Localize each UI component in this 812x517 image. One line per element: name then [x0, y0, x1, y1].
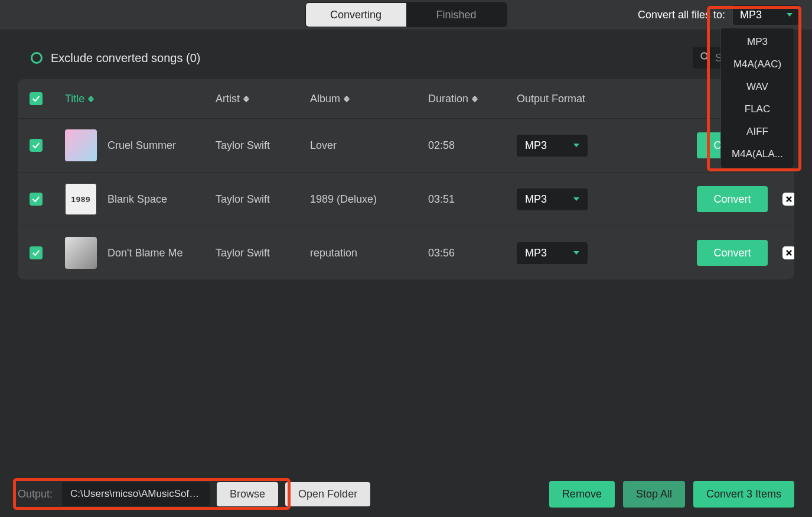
output-path[interactable]: C:\Users\micso\AMusicSoft\...	[62, 482, 210, 506]
song-artist: Taylor Swift	[216, 247, 310, 259]
convert-all-label: Convert all files to:	[638, 9, 725, 21]
album-art	[65, 183, 97, 215]
col-duration[interactable]: Duration	[428, 93, 517, 105]
svg-point-0	[701, 53, 707, 59]
song-album: 1989 (Deluxe)	[310, 193, 428, 206]
chevron-down-icon	[787, 13, 793, 17]
tab-finished[interactable]: Finished	[406, 3, 507, 27]
album-art	[65, 237, 97, 269]
circle-icon	[31, 52, 43, 64]
exclude-converted-toggle[interactable]: Exclude converted songs (0)	[31, 51, 200, 65]
song-table: Title Artist Album Duration Output Forma…	[18, 79, 794, 279]
tab-converting[interactable]: Converting	[306, 3, 406, 27]
song-title: Blank Space	[107, 193, 167, 206]
format-option[interactable]: AIFF	[721, 121, 794, 143]
exclude-label: Exclude converted songs (0)	[51, 51, 200, 65]
remove-button[interactable]: Remove	[549, 481, 615, 508]
sort-icon	[344, 96, 350, 102]
table-row: Blank Space Taylor Swift 1989 (Deluxe) 0…	[18, 172, 794, 226]
song-album: reputation	[310, 247, 428, 259]
format-option[interactable]: M4A(ALA...	[721, 143, 794, 165]
format-option[interactable]: M4A(AAC)	[721, 53, 794, 76]
convert-all-button[interactable]: Convert 3 Items	[693, 481, 794, 508]
song-title: Don't Blame Me	[107, 247, 183, 259]
row-format-select[interactable]: MP3	[517, 188, 588, 210]
col-album[interactable]: Album	[310, 93, 428, 105]
sort-icon	[472, 96, 478, 102]
album-art	[65, 129, 97, 161]
footer: Output: C:\Users\micso\AMusicSoft\... Br…	[0, 471, 812, 517]
open-folder-button[interactable]: Open Folder	[285, 482, 370, 506]
format-select[interactable]: MP3	[732, 5, 800, 25]
chevron-down-icon	[573, 197, 579, 201]
table-row: Cruel Summer Taylor Swift Lover 02:58 MP…	[18, 118, 794, 172]
svg-line-1	[706, 58, 709, 60]
row-format-select[interactable]: MP3	[517, 135, 588, 157]
song-artist: Taylor Swift	[216, 139, 310, 152]
song-title: Cruel Summer	[107, 139, 176, 152]
format-option[interactable]: WAV	[721, 76, 794, 98]
chevron-down-icon	[573, 144, 579, 147]
stop-all-button[interactable]: Stop All	[623, 481, 685, 508]
col-title[interactable]: Title	[65, 93, 216, 105]
row-format-select[interactable]: MP3	[517, 242, 588, 264]
format-option[interactable]: MP3	[721, 31, 794, 53]
search-icon	[700, 51, 710, 64]
song-duration: 03:51	[428, 193, 517, 206]
browse-button[interactable]: Browse	[217, 482, 278, 506]
col-artist[interactable]: Artist	[216, 93, 310, 105]
row-checkbox[interactable]	[30, 193, 43, 206]
select-all-checkbox[interactable]	[30, 92, 43, 105]
output-label: Output:	[18, 488, 53, 500]
song-artist: Taylor Swift	[216, 193, 310, 206]
convert-button[interactable]: Convert	[697, 186, 768, 212]
song-duration: 02:58	[428, 139, 517, 152]
song-duration: 03:56	[428, 247, 517, 259]
song-album: Lover	[310, 139, 428, 152]
format-select-value: MP3	[740, 9, 762, 21]
chevron-down-icon	[573, 251, 579, 255]
remove-row-button[interactable]	[782, 193, 794, 206]
table-header: Title Artist Album Duration Output Forma…	[18, 79, 794, 118]
tab-toggle: Converting Finished	[305, 2, 507, 27]
format-option[interactable]: FLAC	[721, 98, 794, 121]
sort-icon	[88, 96, 94, 102]
col-output: Output Format	[517, 93, 697, 105]
row-checkbox[interactable]	[30, 139, 43, 152]
row-checkbox[interactable]	[30, 246, 43, 259]
convert-button[interactable]: Convert	[697, 240, 768, 266]
format-dropdown: MP3 M4A(AAC) WAV FLAC AIFF M4A(ALA...	[720, 28, 794, 168]
table-row: Don't Blame Me Taylor Swift reputation 0…	[18, 226, 794, 279]
sort-icon	[243, 96, 249, 102]
remove-row-button[interactable]	[782, 246, 794, 259]
